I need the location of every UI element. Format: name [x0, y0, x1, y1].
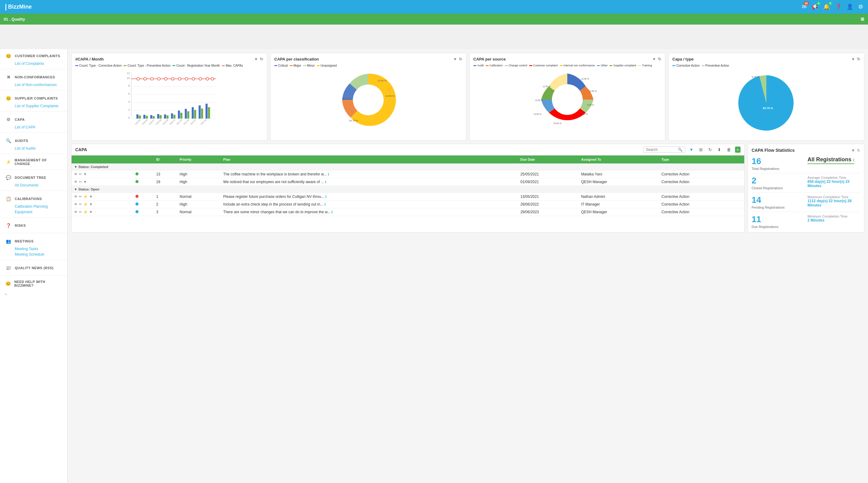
flash-icon[interactable]: ⚡	[83, 202, 88, 207]
sidebar-title-management-change: ⚡ MANAGEMENT OF CHANGE	[5, 158, 62, 165]
sidebar-item-list-nonconformances[interactable]: List of Non-conformances	[5, 82, 62, 88]
bell-nav-icon[interactable]: 🔔 5	[823, 3, 830, 10]
chart-capa-source-title: CAPA per source	[473, 57, 505, 61]
legend-max: Max. CAPAs	[222, 64, 243, 67]
expand-icon[interactable]: ▼	[74, 187, 78, 191]
refresh-icon[interactable]: ↻	[658, 57, 661, 61]
col-plan[interactable]: Plan	[221, 155, 518, 163]
sidebar-item-calibration-planning[interactable]: Calibration Planning	[5, 204, 62, 209]
view-icon[interactable]: 👁	[74, 180, 78, 184]
search-box[interactable]: 🔍	[643, 147, 685, 153]
refresh-table-button[interactable]: ↻	[707, 147, 713, 153]
filter-button[interactable]: ▼	[688, 147, 695, 153]
view-icon[interactable]: 👁	[74, 202, 78, 207]
download-button[interactable]: ⬇	[716, 147, 723, 153]
email-nav-icon[interactable]: ✉ 59	[802, 3, 807, 10]
flow-filter-icon[interactable]: ▼	[851, 148, 855, 153]
svg-rect-35	[164, 114, 166, 119]
legend-other: Other	[597, 64, 608, 67]
grid-view-icon[interactable]: ⊞	[861, 17, 864, 22]
sidebar-label-audits: AUDITS	[15, 139, 28, 143]
refresh-icon[interactable]: ↻	[260, 57, 263, 61]
sidebar-item-list-audits[interactable]: List of Audits	[5, 146, 62, 151]
svg-rect-48	[208, 107, 210, 119]
sidebar-item-list-capa[interactable]: List of CAPA	[5, 124, 62, 130]
more-icon[interactable]: ▼	[89, 194, 93, 199]
col-id[interactable]: ID	[154, 155, 177, 163]
col-assigned-to[interactable]: Assigned To	[579, 155, 659, 163]
chart-capa-type-icons[interactable]: ▼ ↻	[851, 57, 860, 61]
filter-icon[interactable]: ▼	[453, 57, 457, 61]
edit-icon[interactable]: ✏	[79, 202, 82, 207]
flow-total-label: Total Registrations	[752, 167, 804, 171]
collapse-icon: «	[5, 292, 7, 296]
flow-stats-grid: 16 Total Registrations All Registrations…	[752, 156, 860, 171]
view-icon[interactable]: 👁	[74, 210, 78, 214]
settings-nav-icon[interactable]: ⚙	[858, 3, 863, 10]
row-due-2: 28/06/2022	[518, 201, 579, 208]
flow-stats-grid-4: 11 Due Registrations Minimum Completion …	[752, 214, 860, 229]
capa-table-header: CAPA 🔍 ▼ ⊞ ↻ ⬇ 🗑 +	[71, 144, 744, 155]
flow-refresh-icon[interactable]: ↻	[857, 148, 860, 153]
edit-icon[interactable]: ✏	[79, 194, 82, 199]
expand-icon[interactable]: ▼	[74, 165, 78, 169]
sidebar-item-equipment[interactable]: Equipment	[5, 209, 62, 215]
sidebar-item-all-docs[interactable]: All Documents	[5, 182, 62, 188]
delete-button[interactable]: 🗑	[725, 147, 733, 153]
megaphone-nav-icon[interactable]: 📢 5	[811, 3, 818, 10]
legend-training: Training	[638, 64, 652, 67]
flow-min-label: Minimum Completion Time	[807, 214, 860, 218]
chart-capa-month-header: #CAPA / Month ▼ ↻	[75, 57, 263, 61]
col-type[interactable]: Type	[659, 155, 744, 163]
capa-table-scroll[interactable]: ID Priority Plan Due Date Assigned To Ty…	[71, 155, 744, 216]
filter-icon[interactable]: ▼	[652, 57, 656, 61]
search-icon: 🔍	[678, 148, 682, 152]
sidebar-label-document-tree: DOCUMENT TREE	[15, 176, 46, 179]
svg-point-19	[164, 78, 167, 80]
flash-icon[interactable]: ⚡	[83, 210, 88, 214]
more-icon[interactable]: ▼	[83, 172, 87, 176]
more-icon[interactable]: ▼	[83, 180, 87, 184]
classification-legend: Critical Major Minor Unassigned	[274, 64, 462, 67]
svg-rect-30	[146, 116, 148, 119]
more-icon[interactable]: ▼	[89, 210, 93, 214]
filter-options-button[interactable]: ⊞	[698, 147, 704, 153]
chart-capa-month-icons[interactable]: ▼ ↻	[254, 57, 263, 61]
sidebar-item-meeting-tasks[interactable]: Meeting Tasks	[5, 246, 62, 252]
svg-text:6.25 %: 6.25 %	[752, 76, 760, 78]
edit-icon[interactable]: ✏	[79, 172, 82, 176]
edit-icon[interactable]: ✏	[79, 180, 82, 184]
sidebar-collapse[interactable]: «	[0, 290, 67, 298]
flow-total-num: 16	[752, 156, 804, 166]
chart-capa-classification-icons[interactable]: ▼ ↻	[453, 57, 462, 61]
sidebar-title-calibrations: 📋 CALIBRATIONS	[5, 195, 62, 203]
svg-text:2: 2	[128, 108, 130, 111]
sidebar-item-list-supplier[interactable]: List of Supplier Complaints	[5, 103, 62, 109]
flash-icon[interactable]: ⚡	[83, 194, 88, 199]
svg-rect-28	[139, 116, 141, 119]
sidebar-item-meeting-schedule[interactable]: Meeting Schedule	[5, 252, 62, 257]
bar-chart-svg: 0 2 4 6 8 10 12	[75, 69, 263, 124]
bell-badge: 5	[828, 2, 832, 5]
capa-month-legend: Count: Type - Corrective Action Count: T…	[75, 64, 263, 67]
view-icon[interactable]: 👁	[74, 172, 78, 176]
sidebar-item-list-complaints[interactable]: List of Complaints	[5, 61, 62, 66]
add-button[interactable]: +	[735, 147, 741, 153]
refresh-icon[interactable]: ↻	[857, 57, 860, 61]
user-nav-icon[interactable]: 👤	[846, 3, 853, 10]
status-dot-2	[135, 203, 138, 206]
refresh-icon[interactable]: ↻	[459, 57, 462, 61]
search-input[interactable]	[646, 148, 677, 152]
help-nav-icon[interactable]: ❓	[835, 3, 842, 10]
filter-icon[interactable]: ▼	[254, 57, 258, 61]
edit-icon[interactable]: ✏	[79, 210, 82, 214]
chart-capa-source-icons[interactable]: ▼ ↻	[652, 57, 661, 61]
sidebar-section-risks: ❓ RISKS	[0, 219, 67, 232]
flow-info-icon[interactable]: ℹ	[853, 158, 854, 162]
col-priority[interactable]: Priority	[177, 155, 221, 163]
view-icon[interactable]: 👁	[74, 194, 78, 199]
col-due-date[interactable]: Due Date	[518, 155, 579, 163]
filter-icon[interactable]: ▼	[851, 57, 855, 61]
legend-major: Major	[290, 64, 301, 67]
more-icon[interactable]: ▼	[89, 202, 93, 207]
